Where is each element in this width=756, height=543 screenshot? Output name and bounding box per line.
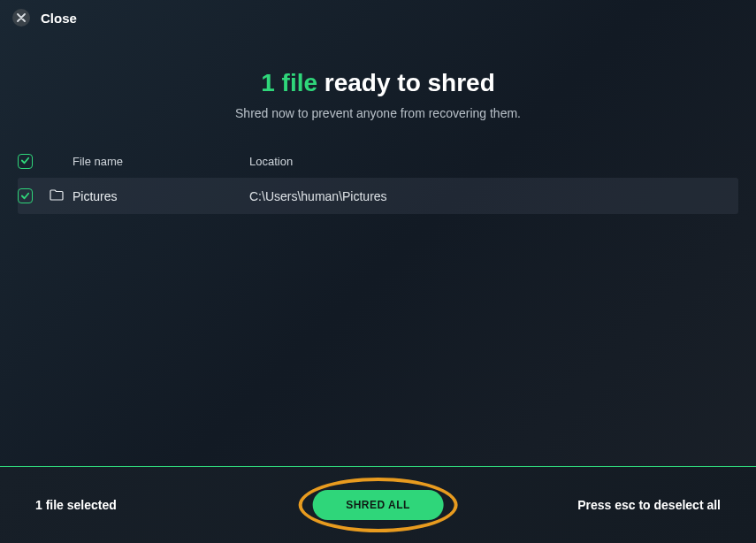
- select-all-checkbox[interactable]: [18, 154, 33, 169]
- close-button[interactable]: [12, 9, 30, 27]
- file-table: File name Location Pictures C:\Users\hum…: [18, 154, 738, 214]
- selection-count: 1 file selected: [35, 498, 117, 512]
- check-icon: [20, 155, 30, 168]
- close-icon: [17, 10, 26, 26]
- shred-all-button[interactable]: SHRED ALL: [312, 490, 444, 520]
- table-row[interactable]: Pictures C:\Users\human\Pictures: [18, 178, 738, 214]
- title-rest: ready to shred: [317, 69, 495, 96]
- close-label: Close: [41, 11, 77, 26]
- folder-icon: [50, 189, 64, 203]
- check-icon: [20, 189, 30, 203]
- page-subtitle: Shred now to prevent anyone from recover…: [0, 106, 756, 120]
- table-header: File name Location: [18, 154, 738, 178]
- footer-bar: 1 file selected SHRED ALL Press esc to d…: [0, 467, 756, 543]
- deselect-hint: Press esc to deselect all: [577, 498, 721, 512]
- page-title: 1 file ready to shred: [0, 69, 756, 97]
- file-count: 1 file: [261, 69, 317, 96]
- row-checkbox[interactable]: [18, 188, 33, 203]
- column-header-location: Location: [249, 155, 738, 168]
- row-location: C:\Users\human\Pictures: [249, 189, 738, 203]
- row-filename: Pictures: [73, 189, 249, 203]
- column-header-name: File name: [73, 155, 249, 168]
